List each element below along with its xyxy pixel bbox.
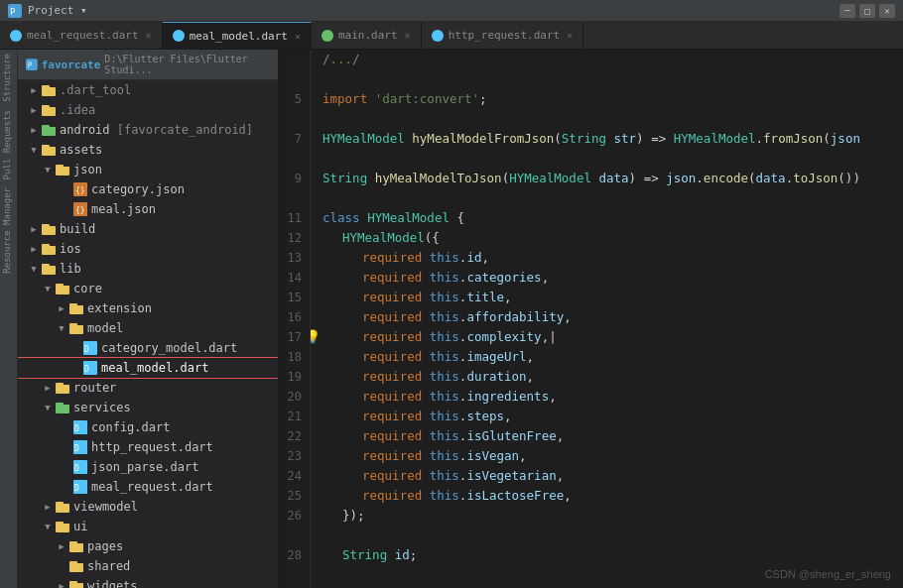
maximize-button[interactable]: □	[859, 4, 875, 18]
code-lines: /.../ import 'dart:convert'; HYMealModel…	[311, 50, 903, 588]
code-line: required this.id,	[322, 248, 903, 268]
dart-file-icon: D	[83, 341, 97, 355]
code-line: /.../	[322, 50, 903, 69]
tree-item-label: core	[73, 282, 102, 295]
expand-arrow: ▶	[26, 224, 42, 234]
code-line: required this.title,	[322, 288, 903, 307]
svg-rect-11	[42, 145, 50, 148]
tree-item-label: .dart_tool	[60, 83, 131, 97]
expand-arrow: ▶	[26, 125, 42, 135]
pull-requests-label[interactable]: Pull Requests	[0, 106, 17, 183]
code-line-17: 💡 required this.complexity,|	[322, 327, 903, 347]
tree-item[interactable]: D http_request.dart	[18, 437, 278, 457]
tree-item[interactable]: ▼ ui	[18, 517, 278, 536]
tree-item[interactable]: ▼ json	[18, 160, 278, 179]
folder-icon	[69, 581, 83, 589]
minimize-button[interactable]: ─	[839, 4, 855, 18]
code-editor[interactable]: - - 5 - 7 - 9 - 11 12 13 14 15 16 17 18	[279, 50, 903, 588]
tree-item-label: lib	[60, 262, 81, 276]
tab-meal-model[interactable]: meal_model.dart ✕	[163, 22, 312, 49]
expand-arrow: ▶	[54, 541, 69, 551]
folder-icon	[69, 303, 83, 314]
tab-close-icon[interactable]: ✕	[146, 30, 152, 41]
expand-arrow: ▶	[54, 303, 69, 313]
expand-arrow: ▼	[40, 284, 56, 294]
tree-item-label: ios	[60, 242, 81, 256]
tree-item-label: shared	[87, 559, 130, 573]
structure-panel-label[interactable]: Structure	[0, 50, 17, 106]
tab-close-icon[interactable]: ✕	[295, 31, 301, 42]
folder-icon	[42, 145, 56, 156]
tree-item[interactable]: ▼ lib	[18, 259, 278, 279]
resource-manager-label[interactable]: Resource Manager	[0, 183, 17, 278]
tree-item[interactable]: ▼ assets	[18, 140, 278, 160]
code-line: });	[322, 506, 903, 526]
svg-text:P: P	[10, 7, 16, 17]
tree-item[interactable]: ▶ viewmodel	[18, 497, 278, 517]
tree-item-label: widgets	[87, 579, 138, 588]
tree-item[interactable]: D meal_request.dart	[18, 477, 278, 497]
tree-item[interactable]: ▶ build	[18, 219, 278, 239]
svg-rect-55	[69, 581, 77, 584]
tab-meal-request[interactable]: meal_request.dart ✕	[0, 22, 163, 49]
folder-icon	[42, 264, 56, 275]
tree-item[interactable]: ▼ core	[18, 279, 278, 298]
project-tree[interactable]: P favorcate D:\Flutter Files\Flutter Stu…	[18, 50, 279, 588]
light-bulb-icon[interactable]: 💡	[311, 327, 321, 347]
project-name: favorcate	[42, 59, 101, 71]
folder-icon	[69, 323, 83, 334]
tree-item[interactable]: D category_model.dart	[18, 338, 278, 358]
tree-item-label: build	[60, 222, 95, 236]
tree-item[interactable]: ▶ android [favorcate_android]	[18, 120, 278, 140]
tree-item[interactable]: D config.dart	[18, 417, 278, 437]
folder-icon	[42, 244, 56, 255]
tab-close-icon[interactable]: ✕	[405, 30, 411, 41]
svg-rect-22	[42, 266, 56, 275]
svg-rect-35	[56, 383, 64, 386]
tree-item[interactable]: ▶ pages	[18, 536, 278, 556]
dart-file-icon: D	[83, 361, 97, 375]
close-button[interactable]: ✕	[879, 4, 895, 18]
tab-label: main.dart	[338, 29, 398, 42]
svg-rect-47	[56, 502, 64, 505]
tree-item[interactable]: {} category.json	[18, 179, 278, 199]
expand-arrow: ▶	[40, 502, 56, 512]
svg-text:D: D	[74, 444, 79, 453]
svg-rect-50	[69, 543, 83, 552]
tree-item-label: pages	[87, 539, 123, 553]
tree-item-meal-model[interactable]: D meal_model.dart	[18, 358, 278, 378]
tab-label: meal_request.dart	[27, 29, 139, 42]
tree-item-services[interactable]: ▼ services	[18, 398, 278, 417]
title-bar-controls: ─ □ ✕	[839, 4, 895, 18]
svg-text:D: D	[84, 345, 89, 354]
tab-http-request[interactable]: http_request.dart ✕	[422, 22, 584, 49]
code-line: required this.steps,	[322, 407, 903, 426]
tree-item[interactable]: ▶ ios	[18, 239, 278, 259]
title-bar: P Project ▾ ─ □ ✕	[0, 0, 903, 22]
svg-rect-51	[69, 541, 77, 544]
code-line: HYMealModel({	[322, 228, 903, 248]
code-line: import 'dart:convert';	[322, 89, 903, 109]
dart-file-icon: D	[73, 460, 87, 474]
tree-item[interactable]: ▶ .dart_tool	[18, 80, 278, 100]
tree-item[interactable]: ▶ extension	[18, 298, 278, 318]
tree-item-label: ui	[73, 520, 87, 533]
code-line: String id;	[322, 545, 903, 565]
tree-item[interactable]: ▼ model	[18, 318, 278, 338]
tab-label: http_request.dart	[449, 29, 561, 42]
expand-arrow: ▼	[40, 165, 56, 175]
code-line: required this.affordability,	[322, 307, 903, 327]
tree-item[interactable]: ▶ .idea	[18, 100, 278, 120]
tab-main[interactable]: main.dart ✕	[312, 22, 422, 49]
tree-item[interactable]: {} meal.json	[18, 199, 278, 219]
svg-text:{}: {}	[75, 186, 85, 195]
tree-item[interactable]: shared	[18, 556, 278, 576]
json-file-icon: {}	[73, 182, 87, 196]
tree-item[interactable]: ▶ router	[18, 378, 278, 398]
svg-rect-5	[42, 85, 50, 88]
code-line: required this.isLactoseFree,	[322, 486, 903, 506]
tab-close-icon[interactable]: ✕	[567, 30, 573, 41]
tree-item[interactable]: ▶ widgets	[18, 576, 278, 588]
tree-item-label: extension	[87, 301, 152, 315]
tree-item[interactable]: D json_parse.dart	[18, 457, 278, 477]
